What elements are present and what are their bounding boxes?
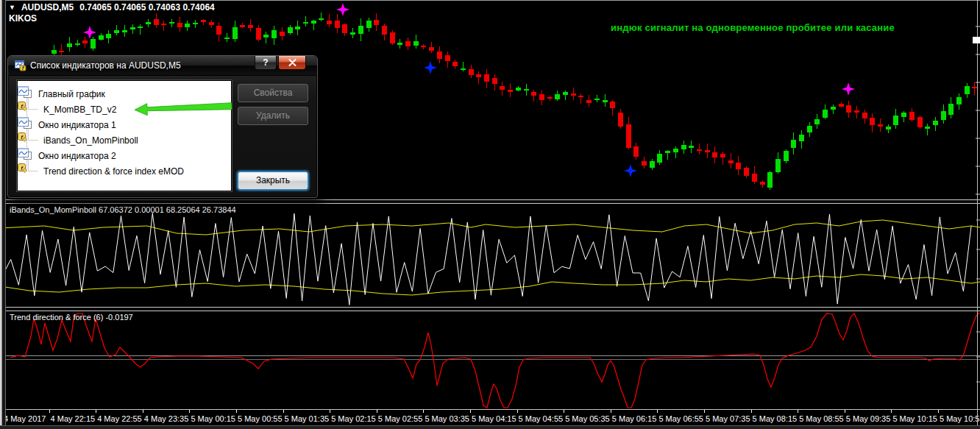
time-axis-label: 5 May 08:55 — [799, 414, 844, 423]
fx-indicator-icon: f — [18, 132, 27, 142]
time-axis-label: 4 May 23:35 — [144, 414, 189, 423]
price-scale-border[interactable] — [977, 0, 978, 425]
dropdown-arrow-icon[interactable]: ▼ — [9, 4, 15, 11]
dialog-help-button[interactable]: ? — [255, 56, 277, 70]
fx-indicator-icon: f — [18, 163, 27, 173]
time-axis-tick — [423, 410, 424, 413]
tree-item-label: Окно индикатора 1 — [38, 120, 116, 130]
time-axis-label: 5 May 08:15 — [753, 414, 798, 423]
time-axis-label: 5 May 03:35 — [425, 414, 469, 423]
time-axis-label: 4 May 2017 — [6, 414, 46, 423]
time-axis-label: 5 May 02:15 — [331, 414, 376, 423]
chart-header: ▼ AUDUSD,M5 0.74065 0.74065 0.74063 0.74… — [9, 2, 215, 13]
tree-guide — [28, 130, 38, 141]
trend-panel-title: Trend direction & force (6) -0.0197 — [10, 313, 133, 322]
time-axis-label: 5 May 00:55 — [238, 414, 283, 423]
window-left-border — [0, 0, 6, 429]
time-axis-label: 5 May 06:55 — [658, 414, 703, 423]
tree-item-label: K_MomBB_TD_v2 — [43, 104, 116, 115]
tree-item-label: Trend direction & force index eMOD — [43, 166, 184, 177]
ohlc-values: 0.74065 0.74065 0.74063 0.74064 — [79, 2, 215, 13]
time-axis-tick — [96, 410, 96, 413]
indicator-list-icon: f — [15, 60, 26, 71]
time-axis-label: 5 May 10:15 — [892, 414, 937, 423]
time-axis-label: 5 May 04:15 — [472, 414, 516, 423]
time-axis-label: 5 May 06:15 — [612, 414, 657, 423]
tree-item-indicator[interactable]: fiBands_On_MomPinboll — [18, 132, 231, 148]
time-axis-label: 5 May 02:55 — [378, 414, 423, 423]
symbol-label: AUDUSD,M5 — [21, 2, 74, 13]
time-axis-tick — [470, 410, 471, 413]
time-axis[interactable]: 4 May 20174 May 22:154 May 22:554 May 23… — [6, 409, 980, 426]
time-axis-label: 5 May 04:55 — [519, 414, 564, 423]
time-axis-label: 5 May 07:35 — [706, 414, 750, 423]
dialog-close-x-button[interactable] — [278, 56, 306, 70]
time-axis-tick — [751, 410, 752, 413]
ibands-panel-title: iBands_On_MomPinboll 67.06372 0.00001 68… — [10, 205, 236, 214]
current-price-marker — [973, 37, 980, 43]
trend-chart — [6, 311, 980, 409]
tree-item-label: Главный график — [38, 89, 105, 99]
time-axis-tick — [938, 410, 939, 413]
delete-button[interactable]: Удалить — [238, 107, 308, 125]
time-axis-label: 5 May 05:35 — [565, 414, 610, 423]
time-axis-tick — [517, 410, 518, 413]
signal-star-marker — [842, 82, 855, 96]
chart-window-icon — [18, 86, 29, 96]
time-axis-tick — [283, 410, 284, 413]
signal-star-marker — [624, 164, 637, 177]
panel-separator[interactable] — [6, 307, 980, 311]
tree-guide — [28, 160, 38, 171]
tree-item-indicator[interactable]: fTrend direction & force index eMOD — [18, 163, 231, 179]
chart-comment-text: KIKOS — [9, 13, 37, 24]
time-axis-label: 5 May 09:35 — [846, 414, 891, 423]
time-axis-tick — [377, 410, 377, 413]
time-axis-tick — [704, 410, 705, 413]
time-axis-tick — [143, 410, 143, 413]
time-axis-tick — [611, 410, 611, 413]
ibands-indicator-panel[interactable]: iBands_On_MomPinboll 67.06372 0.00001 68… — [6, 204, 980, 307]
time-axis-label: 4 May 22:15 — [51, 414, 96, 423]
ibands-chart — [6, 204, 980, 307]
signal-star-marker — [424, 61, 437, 74]
window-bottom-border — [0, 425, 980, 429]
tree-item-window[interactable]: -Окно индикатора 1 — [18, 117, 231, 132]
time-axis-label: 5 May 10:55 — [940, 414, 980, 423]
panel-separator[interactable] — [6, 199, 980, 204]
time-axis-tick — [330, 410, 330, 413]
indicator-list-dialog: f Список индикаторов на AUDUSD,M5 ? -Гла… — [7, 55, 318, 198]
time-axis-tick — [845, 410, 845, 413]
time-axis-tick — [891, 410, 892, 413]
time-axis-label: 4 May 22:55 — [97, 414, 142, 423]
tree-item-label: iBands_On_MomPinboll — [43, 135, 138, 146]
tree-item-label: Окно индикатора 2 — [38, 151, 116, 161]
time-axis-tick — [189, 410, 190, 413]
indicator-tree-listbox[interactable]: -Главный графикfK_MomBB_TD_v2-Окно индик… — [17, 80, 232, 191]
time-axis-tick — [49, 410, 50, 413]
time-axis-label: 5 May 01:35 — [285, 414, 330, 423]
tree-guide — [28, 99, 38, 110]
tree-item-window[interactable]: -Окно индикатора 2 — [18, 148, 231, 163]
green-annotation-text: индюк сигналит на одновременное пробитее… — [611, 22, 895, 33]
time-axis-tick — [657, 410, 658, 413]
fx-indicator-icon: f — [18, 102, 27, 111]
time-axis-tick — [798, 410, 798, 413]
close-x-icon — [288, 59, 297, 66]
chart-window-icon — [18, 117, 29, 127]
trend-indicator-panel[interactable]: Trend direction & force (6) -0.0197 — [6, 311, 980, 409]
time-axis-tick — [564, 410, 564, 413]
chart-window-icon — [18, 148, 29, 157]
properties-button[interactable]: Свойства — [238, 84, 308, 102]
time-axis-label: 5 May 00:15 — [191, 414, 235, 423]
mt4-chart-window: ▼ AUDUSD,M5 0.74065 0.74065 0.74063 0.74… — [0, 0, 980, 429]
time-axis-tick — [236, 410, 237, 413]
dialog-title-bar[interactable]: f Список индикаторов на AUDUSD,M5 ? — [8, 56, 317, 76]
signal-star-marker — [336, 3, 349, 16]
dialog-title: Список индикаторов на AUDUSD,M5 — [30, 60, 181, 71]
close-dialog-button[interactable]: Закрыть — [238, 171, 308, 190]
green-arrow-annotation — [135, 99, 232, 118]
